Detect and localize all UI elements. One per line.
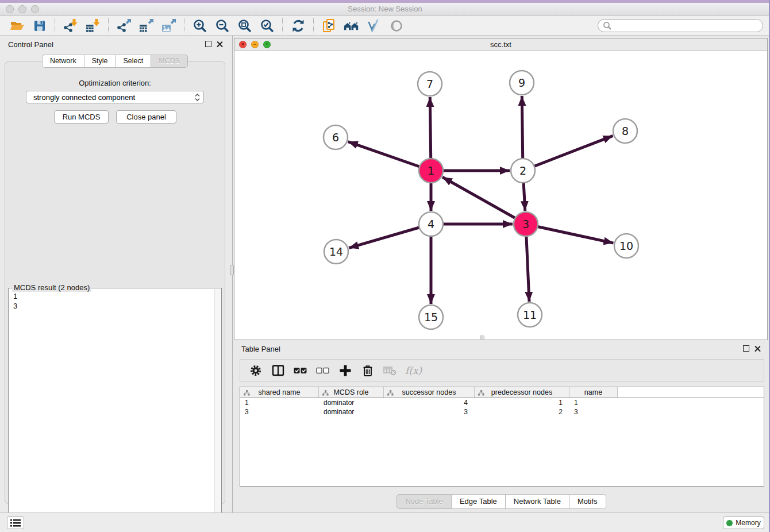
result-line: 1: [13, 291, 17, 301]
close-panel-button[interactable]: Close panel: [116, 110, 176, 124]
zoom-fit-icon[interactable]: [237, 18, 252, 33]
toolbar-separator: [108, 18, 109, 33]
cell-1-name[interactable]: 3: [569, 408, 618, 416]
node-label-4: 4: [428, 218, 434, 230]
table-row[interactable]: 1dominator411: [240, 398, 764, 407]
float-panel-icon[interactable]: [205, 41, 211, 47]
main-area: Control Panel NetworkStyleSelectMCDS Opt…: [0, 36, 770, 512]
table-panel: Table Panel: [234, 340, 769, 512]
cell-0-shared-name[interactable]: 1: [240, 399, 319, 407]
edge-3-10[interactable]: [526, 224, 614, 243]
close-panel-icon[interactable]: [217, 41, 223, 47]
node-label-3: 3: [522, 218, 529, 230]
search-field[interactable]: [598, 19, 763, 32]
import-network-icon[interactable]: [63, 18, 78, 33]
status-bar: Memory: [0, 512, 770, 532]
node-label-9: 9: [518, 76, 525, 89]
tab-edge-table[interactable]: Edge Table: [452, 494, 506, 509]
node-label-8: 8: [622, 125, 629, 137]
criterion-select[interactable]: strongly connected component: [26, 91, 204, 103]
delete-table-icon[interactable]: [383, 364, 398, 377]
deselect-all-icon[interactable]: [315, 364, 330, 377]
cell-1-mcds-role[interactable]: dominator: [319, 408, 384, 416]
home-icon[interactable]: [344, 18, 359, 33]
export-table-icon[interactable]: [138, 18, 154, 33]
cell-0-mcds-role[interactable]: dominator: [319, 399, 384, 407]
split-panel-icon[interactable]: [271, 364, 286, 377]
fx-label: f(x): [405, 365, 422, 376]
cell-1-successor-nodes[interactable]: 3: [384, 408, 475, 416]
node-table: shared nameMCDS rolesuccessor nodesprede…: [240, 387, 764, 487]
column-header-predecessor-nodes[interactable]: predecessor nodes: [475, 387, 569, 398]
tab-mcds[interactable]: MCDS: [151, 55, 188, 68]
criterion-value: strongly connected component: [33, 93, 135, 102]
edge-2-8[interactable]: [523, 136, 613, 171]
memory-button[interactable]: Memory: [723, 516, 764, 529]
search-input[interactable]: [615, 22, 758, 30]
add-column-icon[interactable]: [338, 364, 353, 377]
cell-0-predecessor-nodes[interactable]: 1: [475, 399, 569, 407]
table-row[interactable]: 3dominator323: [240, 407, 764, 417]
mcds-result-lines: 13: [13, 291, 17, 311]
network-canvas-svg[interactable]: 1234678910111415: [234, 51, 767, 340]
node-label-6: 6: [332, 131, 339, 144]
divider-grip[interactable]: [230, 265, 234, 275]
mcds-result-title: MCDS result (2 nodes): [12, 283, 91, 292]
export-image-icon[interactable]: [161, 18, 176, 33]
tab-style[interactable]: Style: [84, 55, 116, 68]
cell-1-predecessor-nodes[interactable]: 2: [475, 408, 569, 416]
edge-3-1[interactable]: [442, 177, 526, 224]
panel-divider[interactable]: [230, 36, 234, 512]
task-list-button[interactable]: [7, 516, 24, 529]
run-mcds-button[interactable]: Run MCDS: [54, 110, 109, 124]
style-icon[interactable]: [366, 18, 382, 33]
app-window: Session: New Session: [0, 0, 770, 532]
edge-1-6[interactable]: [348, 142, 431, 171]
toolbar-separator: [184, 18, 184, 33]
refresh-icon[interactable]: [290, 18, 306, 33]
window-resize-grip[interactable]: [480, 336, 484, 340]
eye-icon[interactable]: [388, 18, 404, 33]
function-builder-icon[interactable]: f(x): [405, 364, 422, 377]
window-frame-top: [0, 0, 770, 3]
select-all-icon[interactable]: [293, 364, 308, 377]
column-header-name[interactable]: name: [569, 387, 618, 398]
tab-network[interactable]: Network: [42, 55, 84, 68]
cell-0-successor-nodes[interactable]: 4: [384, 399, 475, 407]
zoom-out-icon[interactable]: [214, 18, 230, 33]
network-window: × − + scc.txt 1234678910111415: [234, 38, 768, 340]
node-label-11: 11: [523, 309, 537, 321]
memory-status-icon: [726, 520, 733, 526]
gear-icon[interactable]: [248, 364, 263, 377]
tab-select[interactable]: Select: [116, 55, 152, 68]
cell-1-shared-name[interactable]: 3: [240, 408, 319, 416]
network-window-titlebar: × − + scc.txt: [234, 38, 767, 51]
column-header-shared-name[interactable]: shared name: [240, 387, 319, 398]
save-session-icon[interactable]: [32, 18, 47, 33]
task-list-icon: [10, 519, 21, 527]
float-panel-icon[interactable]: [743, 345, 749, 352]
toolbar-separator: [282, 18, 283, 33]
cell-0-name[interactable]: 1: [569, 399, 618, 407]
export-network-icon[interactable]: [116, 18, 132, 33]
edge-4-14[interactable]: [349, 224, 431, 248]
column-header-mcds-role[interactable]: MCDS role: [319, 387, 384, 398]
zoom-in-icon[interactable]: [192, 18, 207, 33]
result-scrollbar[interactable]: [214, 289, 221, 532]
column-header-successor-nodes[interactable]: successor nodes: [384, 387, 475, 398]
tab-motifs[interactable]: Motifs: [569, 494, 606, 509]
delete-column-icon[interactable]: [360, 364, 375, 377]
tab-node-table[interactable]: Node Table: [396, 494, 452, 509]
control-panel-tabs: NetworkStyleSelectMCDS: [0, 55, 230, 68]
network-overview-icon[interactable]: [321, 18, 337, 33]
result-line: 3: [13, 301, 17, 311]
close-panel-icon[interactable]: [754, 345, 761, 352]
tab-network-table[interactable]: Network Table: [506, 494, 569, 509]
zoom-selected-icon[interactable]: [259, 18, 275, 33]
window-title: Session: New Session: [0, 5, 770, 13]
control-panel-title: Control Panel: [8, 40, 53, 49]
import-table-icon[interactable]: [85, 18, 101, 33]
mcds-result-box: 13: [8, 288, 222, 532]
node-label-10: 10: [619, 240, 633, 252]
open-session-icon[interactable]: [9, 18, 25, 33]
